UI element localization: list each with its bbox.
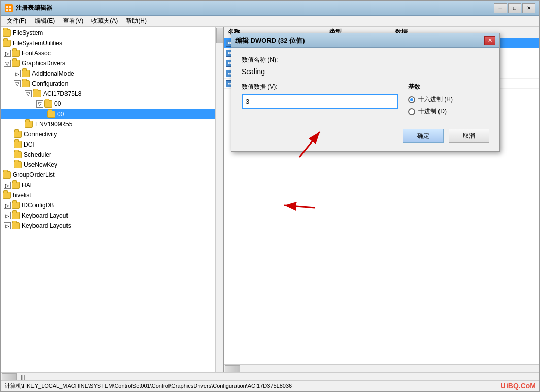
- dialog-body: 数值名称 (N): Scaling 数值数据 (V): 基数 十六进制 (H): [231, 48, 499, 151]
- radio-dec-item[interactable]: 十进制 (D): [408, 107, 489, 116]
- dialog-cancel-button[interactable]: 取消: [449, 129, 489, 143]
- radio-dec-circle[interactable]: [408, 108, 415, 115]
- radio-dec-label: 十进制 (D): [418, 107, 447, 116]
- watermark: UiBQ.CoM: [501, 382, 536, 390]
- dialog-overlay: 编辑 DWORD (32 位值) ✕ 数值名称 (N): Scaling 数值数…: [0, 0, 540, 392]
- dialog-ok-button[interactable]: 确定: [403, 129, 444, 143]
- dialog-data-label: 数值数据 (V):: [242, 83, 398, 91]
- radios-title: 基数: [408, 83, 489, 91]
- edit-dword-dialog: 编辑 DWORD (32 位值) ✕ 数值名称 (N): Scaling 数值数…: [231, 33, 500, 152]
- dialog-close-button[interactable]: ✕: [484, 36, 495, 45]
- dialog-title-text: 编辑 DWORD (32 位值): [235, 36, 484, 45]
- dialog-footer: 确定 取消: [242, 129, 489, 143]
- dialog-data-input[interactable]: [242, 94, 398, 109]
- dialog-data-row: 数值数据 (V): 基数 十六进制 (H) 十进制 (D): [242, 83, 489, 119]
- radio-hex-label: 十六进制 (H): [418, 95, 453, 104]
- dialog-radios: 基数 十六进制 (H) 十进制 (D): [408, 83, 489, 119]
- radio-hex-circle[interactable]: [408, 96, 415, 103]
- radio-hex-item[interactable]: 十六进制 (H): [408, 95, 489, 104]
- dialog-name-value: Scaling: [242, 67, 489, 76]
- dialog-input-group: 数值数据 (V):: [242, 83, 398, 109]
- dialog-title-bar: 编辑 DWORD (32 位值) ✕: [231, 33, 499, 48]
- svg-line-7: [284, 205, 315, 208]
- dialog-name-label: 数值名称 (N):: [242, 56, 489, 64]
